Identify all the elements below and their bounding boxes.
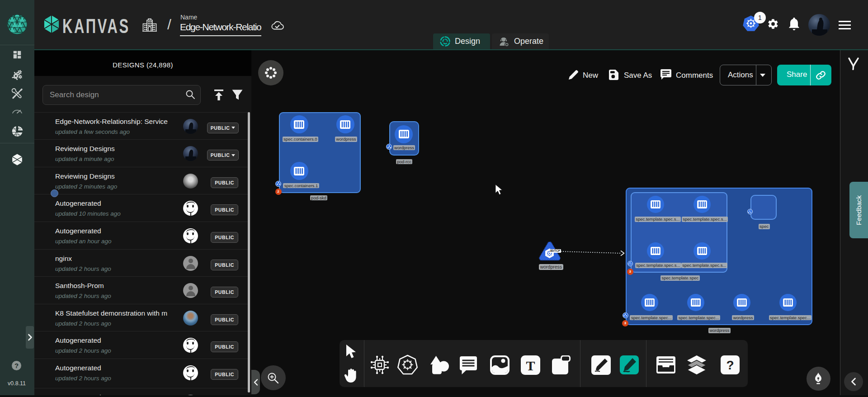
svg-text:?: ? bbox=[726, 358, 734, 372]
svg-text:T: T bbox=[526, 358, 535, 373]
